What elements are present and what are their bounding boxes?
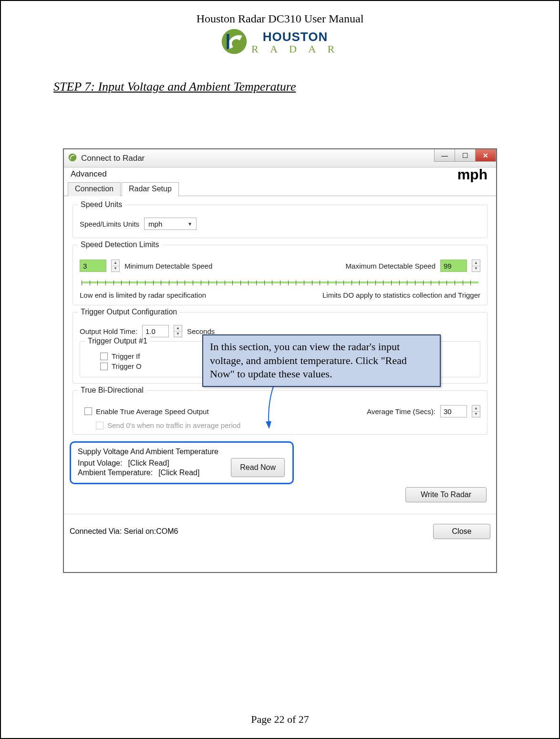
- window-title: Connect to Radar: [81, 154, 145, 163]
- avg-time-stepper[interactable]: ▲▼: [472, 405, 480, 417]
- speed-units-value: mph: [148, 220, 162, 228]
- close-window-button[interactable]: ✕: [475, 149, 496, 162]
- group-title: Speed Detection Limits: [78, 240, 162, 249]
- radar-logo-icon: [221, 28, 248, 57]
- group-speed-detection-limits: Speed Detection Limits 3 ▲▼ Minimum Dete…: [73, 245, 487, 305]
- avg-time-value: 30: [444, 407, 452, 416]
- read-now-button[interactable]: Read Now: [231, 458, 285, 477]
- menu-advanced[interactable]: Advanced: [71, 169, 107, 178]
- chevron-down-icon: ▼: [472, 412, 480, 417]
- minimize-button[interactable]: —: [434, 149, 455, 162]
- trigger1-label-a: Trigger If: [112, 352, 140, 360]
- write-to-radar-button[interactable]: Write To Radar: [405, 487, 487, 502]
- trigger1-label-b: Trigger O: [112, 362, 142, 370]
- close-icon: ✕: [483, 152, 488, 159]
- max-speed-label: Maximum Detectable Speed: [346, 262, 436, 270]
- hold-time-input[interactable]: 1.0: [142, 325, 169, 337]
- speed-units-select[interactable]: mph ▼: [144, 218, 197, 230]
- trigger1-check-a[interactable]: [100, 353, 108, 360]
- send-zeros-checkbox: [96, 422, 104, 429]
- tab-radar-setup[interactable]: Radar Setup: [122, 182, 179, 196]
- hold-time-stepper[interactable]: ▲▼: [174, 325, 182, 337]
- speed-units-label: Speed/Limits Units: [80, 220, 139, 228]
- min-speed-value: 3: [83, 262, 87, 270]
- svg-point-2: [69, 153, 77, 161]
- group-speed-units: Speed Units Speed/Limits Units mph ▼: [73, 205, 487, 238]
- svg-point-0: [222, 29, 247, 54]
- logo-text-top: HOUSTON: [251, 31, 339, 43]
- group-supply-voltage-temperature: Supply Voltage And Ambient Temperature I…: [70, 441, 294, 484]
- logo: HOUSTON R A D A R: [1, 28, 559, 57]
- maximize-button[interactable]: ☐: [455, 149, 476, 162]
- input-voltage-value: [Click Read]: [128, 459, 169, 468]
- min-speed-stepper[interactable]: ▲▼: [111, 260, 120, 272]
- chevron-up-icon: ▲: [112, 260, 119, 266]
- app-window: Connect to Radar — ☐ ✕ Advanced mph Conn…: [63, 148, 497, 573]
- hold-time-unit: Seconds: [187, 327, 215, 335]
- group-title: True Bi-Directional: [78, 386, 146, 395]
- chevron-down-icon: ▼: [472, 266, 480, 272]
- document-title: Houston Radar DC310 User Manual: [1, 12, 559, 25]
- maximize-icon: ☐: [462, 152, 468, 159]
- minimize-icon: —: [441, 152, 448, 159]
- max-speed-input[interactable]: 99: [440, 260, 467, 272]
- page-number: Page 22 of 27: [1, 713, 559, 726]
- radar-app-icon: [68, 153, 77, 164]
- units-indicator: mph: [457, 167, 487, 183]
- avg-time-label: Average Time (Secs):: [367, 407, 436, 416]
- chevron-down-icon: ▼: [187, 221, 192, 227]
- chevron-down-icon: ▼: [174, 332, 182, 337]
- group-title: Speed Units: [78, 200, 125, 209]
- send-zeros-label: Send 0's when no traffic in average peri…: [107, 421, 240, 429]
- hold-time-label: Output Hold Time:: [80, 327, 137, 335]
- chevron-down-icon: ▼: [112, 266, 119, 272]
- min-speed-input[interactable]: 3: [80, 260, 106, 272]
- tab-connection[interactable]: Connection: [68, 182, 121, 196]
- step-heading: STEP 7: Input Voltage and Ambient Temper…: [53, 80, 559, 94]
- min-speed-label: Minimum Detectable Speed: [124, 262, 212, 270]
- logo-text-bottom: R A D A R: [251, 44, 339, 54]
- avg-time-input[interactable]: 30: [440, 405, 467, 417]
- detection-note-left: Low end is limited by radar specificatio…: [80, 291, 206, 299]
- svg-rect-1: [227, 34, 229, 49]
- trigger1-check-b[interactable]: [100, 363, 108, 370]
- titlebar: Connect to Radar — ☐ ✕: [64, 149, 496, 167]
- group-title: Trigger Output Configuration: [78, 308, 180, 316]
- max-speed-stepper[interactable]: ▲▼: [472, 260, 480, 272]
- chevron-up-icon: ▲: [472, 260, 480, 266]
- max-speed-value: 99: [444, 262, 452, 270]
- group-title: Trigger Output #1: [85, 337, 150, 345]
- chevron-up-icon: ▲: [174, 325, 182, 332]
- ambient-temp-label: Ambient Temperature:: [78, 468, 153, 477]
- enable-true-avg-label: Enable True Average Speed Output: [96, 407, 209, 416]
- annotation-callout: In this section, you can view the radar'…: [202, 334, 441, 387]
- input-voltage-label: Input Volage:: [78, 459, 122, 468]
- speed-range-slider[interactable]: [82, 278, 478, 288]
- enable-true-avg-checkbox[interactable]: [84, 407, 92, 415]
- hold-time-value: 1.0: [145, 327, 156, 335]
- close-button[interactable]: Close: [433, 524, 490, 539]
- connection-status: Connected Via: Serial on:COM6: [70, 527, 178, 536]
- ambient-temp-value: [Click Read]: [158, 468, 199, 477]
- detection-note-right: Limits DO apply to statistics collection…: [322, 291, 480, 299]
- chevron-up-icon: ▲: [472, 406, 480, 412]
- supply-group-title: Supply Voltage And Ambient Temperature: [78, 448, 286, 456]
